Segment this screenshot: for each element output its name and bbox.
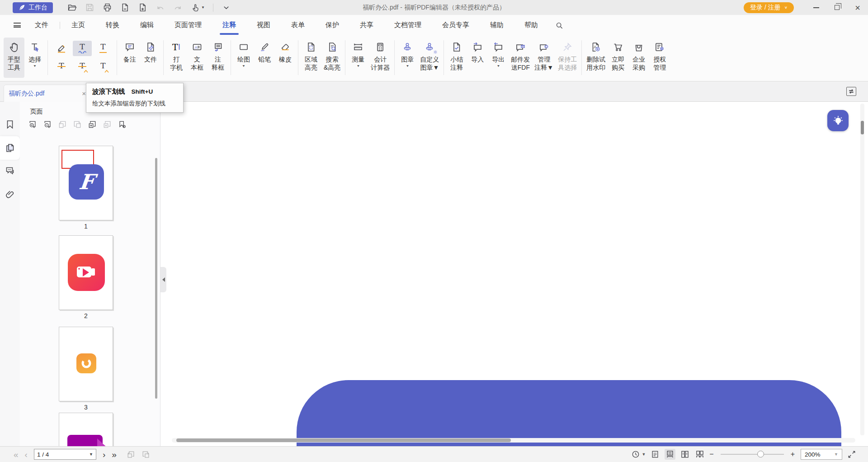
insert-page-icon[interactable] [138,3,147,12]
calculator-button[interactable]: 会计 计算器 [368,38,392,78]
menu-item-file[interactable]: 文件 [30,18,53,32]
eraser-button[interactable]: 橡皮 [275,38,296,78]
export-comments-button[interactable]: 导出 ▼ [488,38,509,78]
first-page-button[interactable]: « [14,450,19,459]
workspace-button[interactable]: 工作台 [13,2,53,13]
menu-item-membership[interactable]: 会员专享 [438,18,474,32]
next-page-button[interactable]: › [103,450,105,459]
menu-item-help[interactable]: 帮助 [520,18,542,32]
custom-stamp-button[interactable]: 自定义 图章▼ [418,38,441,78]
page-thumbnail-1[interactable]: F 1 [59,146,113,230]
underline-tool[interactable]: T [94,41,113,56]
strikeout-tool[interactable]: T [52,60,71,75]
menu-item-document[interactable]: 文档管理 [390,18,426,32]
dropdown-arrow-icon[interactable]: ▼ [89,452,93,457]
area-highlight-button[interactable]: 区域 高亮 [301,38,321,78]
page-indicator-input[interactable] [37,451,89,458]
note-button[interactable]: 备注 [119,38,140,78]
search-icon[interactable] [555,21,564,30]
insert-text-tool[interactable]: T [94,60,113,75]
remove-page-icon[interactable] [120,3,130,12]
stamp-button[interactable]: 图章 ▼ [397,38,418,78]
restore-button[interactable] [826,0,847,15]
page-thumbnail-4[interactable] [59,413,113,446]
zoom-level-box[interactable]: ▼ [801,449,842,460]
zoom-slider-thumb[interactable] [757,451,764,457]
file-attachment-button[interactable]: 文件 [140,38,161,78]
hamburger-icon[interactable] [14,23,21,28]
zoom-in-button[interactable]: + [791,451,795,458]
document-tab[interactable]: 福昕办公.pdf × [4,85,92,102]
rotate-right-icon[interactable] [142,450,150,459]
zoom-slider[interactable] [721,454,784,455]
squiggly-underline-tool[interactable]: T [73,41,92,56]
menu-item-comment[interactable]: 注释 [218,18,241,32]
rotate-left-page-icon[interactable] [58,120,67,129]
menu-item-form[interactable]: 表单 [287,18,309,32]
collapse-panel-handle[interactable] [160,267,166,292]
comments-panel-button[interactable] [0,162,20,180]
facing-continuous-view-button[interactable] [694,449,705,460]
menu-item-edit[interactable]: 编辑 [136,18,158,32]
summarize-comments-button[interactable]: 小结 注释 [446,38,467,78]
vertical-scrollbar[interactable] [860,104,864,435]
keep-tool-selected-button[interactable]: 保持工 具选择 [556,38,579,78]
zoom-out-button[interactable]: − [709,451,713,458]
drawing-button[interactable]: 绘图 ▼ [233,38,254,78]
login-register-button[interactable]: 登录 / 注册 ∨ [744,2,794,13]
document-canvas[interactable] [160,102,868,446]
select-tool-button[interactable]: 选择 ▼ [24,38,45,78]
enterprise-purchase-button[interactable]: 企业 采购 [628,38,649,78]
menu-item-share[interactable]: 共享 [355,18,378,32]
recent-zoom-button[interactable]: ▼ [631,450,646,459]
menu-item-home[interactable]: 主页 [67,18,90,32]
bookmarks-panel-button[interactable] [0,115,20,133]
textbox-button[interactable]: 文 本框 [187,38,208,78]
zoom-out-thumbnails-icon[interactable] [43,120,52,129]
minimize-button[interactable] [806,0,826,15]
facing-view-button[interactable] [679,449,690,460]
rotate-left-icon[interactable] [127,450,135,459]
search-highlight-button[interactable]: 搜索 &高亮 [321,38,343,78]
continuous-view-button[interactable] [665,449,675,460]
tips-lightbulb-button[interactable] [827,110,849,131]
fullscreen-button[interactable] [846,449,857,460]
email-fdf-button[interactable]: 邮件发 送FDF [509,38,532,78]
page-thumbnail-2[interactable]: 2 [59,235,113,319]
horizontal-scroll-thumb[interactable] [176,438,511,442]
close-button[interactable]: × [847,0,868,15]
save-icon[interactable] [85,3,94,12]
rotate-right-page-icon[interactable] [73,120,82,129]
import-comments-button[interactable]: 导入 [467,38,488,78]
callout-button[interactable]: 注 释框 [208,38,228,78]
hand-tool-button[interactable]: 手型 工具 [4,38,24,78]
highlight-tool[interactable] [52,41,71,56]
print-icon[interactable] [103,3,112,12]
pages-panel-button[interactable] [0,136,20,160]
bookmark-page-icon[interactable] [118,120,127,129]
replace-text-tool[interactable]: T [73,60,92,75]
menu-item-accessibility[interactable]: 辅助 [486,18,508,32]
buy-now-button[interactable]: 立即 购买 [608,38,628,78]
menu-item-organize[interactable]: 页面管理 [170,18,206,32]
page-indicator-box[interactable]: ▼ [34,449,96,460]
single-page-view-button[interactable] [650,449,660,460]
pencil-button[interactable]: 铅笔 [254,38,275,78]
touch-mode-button[interactable]: ▼ [191,3,205,12]
zoom-in-thumbnails-icon[interactable] [28,120,37,129]
attachments-panel-button[interactable] [0,186,20,204]
menu-item-view[interactable]: 视图 [252,18,275,32]
menu-item-protect[interactable]: 保护 [321,18,344,32]
measure-button[interactable]: 测量 ▼ [348,38,368,78]
typewriter-button[interactable]: TI 打 字机 [166,38,187,78]
redo-icon[interactable] [173,3,183,12]
delete-trial-watermark-button[interactable]: 删除试 用水印 [584,38,608,78]
panel-layout-toggle-button[interactable] [846,87,856,96]
horizontal-scrollbar[interactable] [172,438,855,443]
customize-toolbar-icon[interactable] [222,3,231,12]
previous-page-button[interactable]: ‹ [25,450,28,459]
dropdown-arrow-icon[interactable]: ▼ [834,452,838,457]
license-management-button[interactable]: 授权 管理 [649,38,670,78]
delete-page-icon[interactable] [103,120,112,129]
insert-page-icon[interactable] [88,120,97,129]
